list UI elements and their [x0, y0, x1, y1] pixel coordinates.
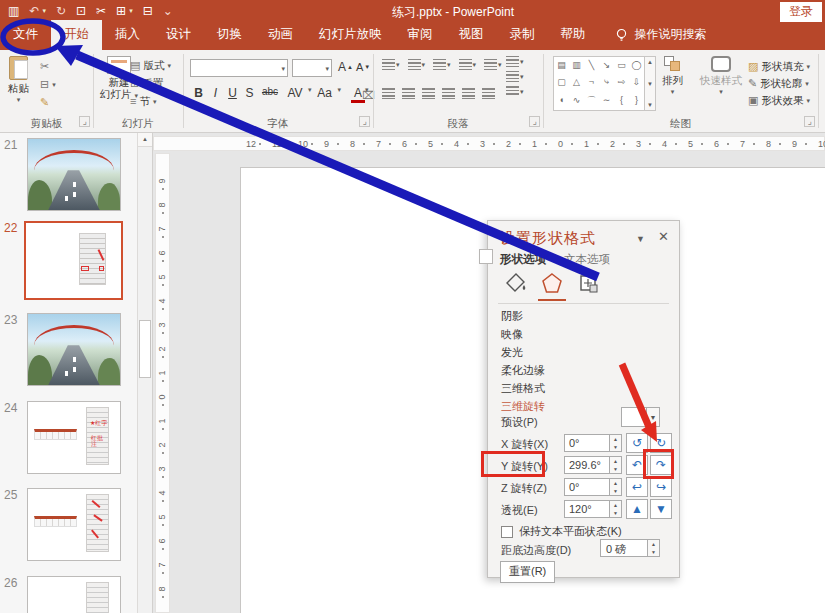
- fill-bucket-icon[interactable]: [504, 271, 528, 295]
- pane-close-icon[interactable]: ✕: [658, 229, 669, 244]
- format-painter-button[interactable]: ✎: [40, 95, 49, 110]
- pane-section-4[interactable]: 三维格式: [501, 381, 545, 396]
- keep-text-flat-checkbox[interactable]: [501, 526, 513, 538]
- tab-9[interactable]: 录制: [497, 20, 548, 50]
- copy-slide-icon[interactable]: ⊟: [143, 5, 153, 17]
- section-button[interactable]: ≡节▾: [130, 94, 156, 109]
- rotation-input-1[interactable]: 299.6°: [564, 456, 610, 474]
- slide-thumbnail-21[interactable]: [27, 138, 121, 211]
- reset-rotation-button[interactable]: 重置(R): [500, 561, 555, 583]
- numbering-button[interactable]: ▾: [408, 59, 426, 70]
- layout-button[interactable]: ▤版式▾: [130, 58, 171, 73]
- outdent-button[interactable]: ▾: [433, 59, 451, 70]
- pane-options-caret-icon[interactable]: ▼: [636, 234, 645, 244]
- preset-value-box[interactable]: [621, 407, 647, 427]
- rotate-left-button-0[interactable]: ↺: [626, 433, 648, 453]
- bold-button[interactable]: B: [190, 86, 207, 103]
- tab-file[interactable]: 文件: [0, 20, 51, 50]
- shape-arrow-line-icon[interactable]: ↘: [599, 57, 614, 73]
- reset-slide-button[interactable]: ⊞重置: [130, 76, 163, 91]
- smartart-convert-button[interactable]: ▾: [506, 86, 524, 97]
- drawing-dialog-launcher[interactable]: ⌟: [804, 116, 815, 127]
- shape-outline-button[interactable]: ✎形状轮廓▾: [748, 76, 809, 91]
- preset-dropdown-icon[interactable]: ▼: [646, 407, 660, 427]
- tab-4[interactable]: 切换: [204, 20, 255, 50]
- shapes-gallery-scroll[interactable]: ▲▼▼: [645, 56, 656, 111]
- thumbnail-scrollbar-thumb[interactable]: [139, 320, 151, 378]
- shape-freeform-icon[interactable]: ◖: [554, 91, 569, 110]
- paste-dropdown-caret[interactable]: ▾: [17, 96, 21, 103]
- strike-button[interactable]: S: [241, 86, 258, 103]
- pane-tab-shape-options[interactable]: 形状选项: [500, 252, 546, 267]
- change-case-button[interactable]: Aa: [312, 86, 338, 103]
- tab-6[interactable]: 幻灯片放映: [306, 20, 395, 50]
- indent-button[interactable]: ▾: [459, 59, 477, 70]
- char-spacing-button[interactable]: AV: [282, 86, 308, 103]
- align-right-button[interactable]: [422, 88, 435, 99]
- align-text-button[interactable]: ▾: [506, 71, 524, 82]
- shape-fill-button[interactable]: ▨形状填充▾: [748, 59, 810, 74]
- shape-left-brace-icon[interactable]: {: [614, 91, 629, 110]
- tab-2[interactable]: 插入: [102, 20, 153, 50]
- shape-rounded-rectangle-icon[interactable]: ▢: [554, 73, 569, 90]
- rotate-left-button-3[interactable]: ▲: [626, 499, 648, 519]
- shape-arc-icon[interactable]: ⌒: [584, 91, 599, 110]
- tab-10[interactable]: 帮助: [548, 20, 599, 50]
- arrange-button[interactable]: 排列▾: [662, 56, 683, 95]
- shape-curve-icon[interactable]: ∼: [599, 91, 614, 110]
- size-properties-icon[interactable]: [576, 271, 600, 295]
- text-direction-button[interactable]: ▾: [506, 56, 524, 67]
- thumbnail-scrollbar[interactable]: ▲: [137, 133, 152, 613]
- scroll-up-icon[interactable]: ▲: [138, 133, 152, 147]
- justify-button[interactable]: [442, 88, 455, 99]
- italic-button[interactable]: I: [207, 86, 224, 103]
- pane-section-3[interactable]: 柔化边缘: [501, 363, 545, 378]
- shape-rectangle-icon[interactable]: ▭: [614, 57, 629, 73]
- rotation-spinner-0[interactable]: ▲▼: [610, 434, 622, 452]
- new-slide-icon[interactable]: ⊞: [116, 5, 126, 17]
- slide-thumbnail-24[interactable]: ★红字红批注: [27, 401, 121, 474]
- rotate-right-button-0[interactable]: ↻: [650, 433, 672, 453]
- quick-styles-button[interactable]: 快速样式▾: [700, 56, 742, 95]
- pane-section-1[interactable]: 映像: [501, 327, 523, 342]
- slide-thumbnail-23[interactable]: [27, 313, 121, 386]
- redo-icon[interactable]: ↻: [56, 5, 66, 17]
- rotate-left-button-2[interactable]: ↩: [626, 477, 648, 497]
- font-size-combo[interactable]: [292, 59, 332, 77]
- underline-button[interactable]: U: [224, 86, 241, 103]
- rotate-right-button-2[interactable]: ↪: [650, 477, 672, 497]
- shape-effects-button[interactable]: ▣形状效果▾: [748, 93, 810, 108]
- cut-button[interactable]: ✂: [40, 59, 49, 74]
- save-icon[interactable]: ▥: [8, 5, 19, 17]
- tab-8[interactable]: 视图: [446, 20, 497, 50]
- slide-thumbnail-22[interactable]: [24, 221, 123, 300]
- tell-me-search[interactable]: 操作说明搜索: [635, 26, 707, 43]
- distance-spinner[interactable]: ▲▼: [648, 539, 660, 557]
- paste-button[interactable]: 粘贴 ▾: [8, 56, 29, 103]
- undo-icon[interactable]: ↶: [29, 5, 39, 17]
- clipboard-dialog-launcher[interactable]: ⌟: [79, 116, 90, 127]
- pane-section-5[interactable]: 三维旋转: [501, 399, 545, 414]
- slideshow-icon[interactable]: ⊡: [76, 5, 86, 17]
- rotation-input-3[interactable]: 120°: [564, 500, 610, 518]
- rotation-spinner-1[interactable]: ▲▼: [610, 456, 622, 474]
- rotation-input-0[interactable]: 0°: [564, 434, 610, 452]
- sign-in-button[interactable]: 登录: [780, 2, 822, 22]
- font-name-combo[interactable]: [190, 59, 288, 77]
- align-left-button[interactable]: [382, 88, 395, 99]
- rotate-right-button-3[interactable]: ▼: [650, 499, 672, 519]
- slide-thumbnail-26[interactable]: [27, 576, 121, 613]
- shape-oval-icon[interactable]: ◯: [629, 57, 644, 73]
- shape-down-arrow-icon[interactable]: ⇩: [629, 73, 644, 90]
- pane-section-2[interactable]: 发光: [501, 345, 523, 360]
- rotate-left-button-1[interactable]: ↶: [626, 455, 648, 475]
- shape-line-icon[interactable]: ╲: [584, 57, 599, 73]
- tab-1[interactable]: 开始: [51, 20, 102, 50]
- shape-right-arrow-icon[interactable]: ⇨: [614, 73, 629, 90]
- line-spacing-button[interactable]: ▾: [484, 59, 502, 70]
- font-color-button[interactable]: A: [351, 86, 365, 103]
- rotate-right-button-1[interactable]: ↷: [650, 455, 672, 475]
- copy-button[interactable]: ⊟▾: [40, 77, 56, 92]
- font-dialog-launcher[interactable]: ⌟: [359, 116, 370, 127]
- paragraph-dialog-launcher[interactable]: ⌟: [529, 116, 540, 127]
